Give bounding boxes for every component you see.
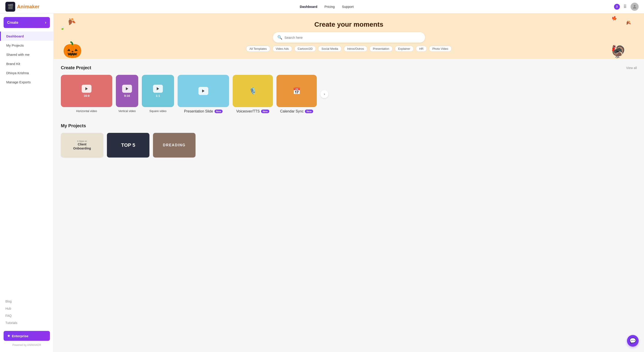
create-button[interactable]: Create › <box>4 17 50 28</box>
nav-pricing[interactable]: Pricing <box>324 5 335 9</box>
leaf-decoration-3: 🍃 <box>60 25 65 30</box>
leaf-decoration-4: 🍂 <box>625 20 631 26</box>
notification-badge[interactable]: 3 <box>614 4 620 10</box>
my-projects-title: My Projects <box>61 123 86 128</box>
svg-marker-3 <box>157 87 159 90</box>
nav-dashboard[interactable]: Dashboard <box>300 5 317 9</box>
tag-cartoon-2d[interactable]: Cartoon/2D <box>294 46 316 52</box>
ratio-label-horizontal: 16:9 <box>84 94 90 97</box>
card-label-presentation: Presentation Slide <box>184 109 213 113</box>
project-card-voiceover[interactable]: 🎙️ <box>233 75 273 107</box>
banner-search-bar[interactable]: 🔍 <box>273 32 425 43</box>
svg-marker-4 <box>202 89 205 93</box>
project-type-voiceover[interactable]: 🎙️ Voiceover/TTS New <box>233 75 273 113</box>
nav-support[interactable]: Support <box>342 5 354 9</box>
card-label-vertical: Vertical video <box>118 109 136 113</box>
footer-links: Blog Hub FAQ Tutorials <box>0 296 54 328</box>
play-button-horizontal <box>82 85 92 93</box>
layout: Create › Dashboard My Projects Shared wi… <box>0 14 644 352</box>
thumb-overlay-1: 6 Steps on ClientOnboarding <box>61 133 103 157</box>
sidebar-item-manage-exports[interactable]: Manage Exports <box>0 78 54 87</box>
project-thumb-img-3: DREADING <box>153 133 196 157</box>
sidebar-item-dashboard[interactable]: Dashboard <box>0 32 54 41</box>
footer-link-tutorials[interactable]: Tutorials <box>0 319 54 326</box>
card-label-horizontal: Horizontal video <box>76 109 97 113</box>
sidebar-item-dhivya[interactable]: Dhivya Krishna <box>0 68 54 78</box>
sidebar-item-shared-with-me[interactable]: Shared with me <box>0 50 54 59</box>
card-label-row-presentation: Presentation Slide New <box>184 109 222 113</box>
tag-presentation[interactable]: Presentation <box>370 46 392 52</box>
avatar[interactable] <box>630 3 639 11</box>
thumb-overlay-2: TOP 5 <box>107 133 150 157</box>
footer-link-hub[interactable]: Hub <box>0 305 54 312</box>
tag-all-templates[interactable]: All Templates <box>246 46 270 52</box>
header-nav: Dashboard Pricing Support <box>300 5 354 9</box>
project-card-calendar[interactable]: 📅 <box>276 75 317 107</box>
card-label-voiceover: Voiceover/TTS <box>236 109 260 113</box>
create-arrow: › <box>45 20 46 25</box>
create-project-title: Create Project <box>61 65 91 70</box>
tag-social-media[interactable]: Social Media <box>318 46 341 52</box>
tag-video-ads[interactable]: Video Ads <box>272 46 292 52</box>
project-card-presentation[interactable] <box>178 75 229 107</box>
banner-tags: All Templates Video Ads Cartoon/2D Socia… <box>246 46 452 52</box>
sidebar-item-brand-kit[interactable]: Brand Kit <box>0 59 54 68</box>
pumpkin-decoration: 🎃 <box>63 41 82 59</box>
my-projects-grid: 6 Steps on ClientOnboarding TOP 5 <box>61 133 637 157</box>
project-types-list: 16:9 Horizontal video 9:16 Vertical vide… <box>61 75 637 113</box>
grid-icon[interactable]: ⠿ <box>624 4 627 10</box>
project-type-vertical[interactable]: 9:16 Vertical video <box>116 75 138 113</box>
user-icon <box>632 4 637 10</box>
tag-intros-outros[interactable]: Intros/Outros <box>344 46 367 52</box>
leaf-decoration-1: 🍂 <box>66 16 76 27</box>
svg-point-0 <box>634 5 636 7</box>
main-content: 🍂 🍁 🍃 🍂 🎃 🦃 Create your moments 🔍 All Te… <box>54 14 644 352</box>
project-card-horizontal[interactable]: 16:9 <box>61 75 112 107</box>
search-input[interactable] <box>284 36 420 40</box>
tag-explainer[interactable]: Explainer <box>395 46 414 52</box>
project-type-square[interactable]: 1:1 Square video <box>142 75 174 113</box>
project-thumb-3[interactable]: DREADING <box>153 133 196 157</box>
view-all-button[interactable]: View all <box>626 66 637 70</box>
banner-title: Create your moments <box>314 21 383 28</box>
play-button-square <box>153 85 163 93</box>
leaf-decoration-2: 🍁 <box>611 15 618 22</box>
ratio-label-square: 1:1 <box>156 94 160 97</box>
card-label-row-calendar: Calendar Sync New <box>280 109 313 113</box>
card-label-calendar: Calendar Sync <box>280 109 304 113</box>
project-thumb-img-1: 6 Steps on ClientOnboarding <box>61 133 103 157</box>
card-label-row-voiceover: Voiceover/TTS New <box>236 109 269 113</box>
chat-bubble-button[interactable]: 💬 <box>627 335 639 347</box>
svg-marker-2 <box>126 87 128 90</box>
tag-hr[interactable]: HR <box>416 46 427 52</box>
tag-photo-video[interactable]: Photo Video <box>429 46 452 52</box>
turkey-decoration: 🦃 <box>611 44 626 59</box>
calendar-icon: 📅 <box>293 87 301 95</box>
new-badge-voiceover: New <box>261 110 269 113</box>
powered-by-label: Powered by ANIMAKER <box>0 342 54 348</box>
banner: 🍂 🍁 🍃 🍂 🎃 🦃 Create your moments 🔍 All Te… <box>54 14 644 59</box>
my-projects-section: My Projects 6 Steps on ClientOnboarding … <box>54 117 644 161</box>
project-thumb-2[interactable]: TOP 5 <box>107 133 150 157</box>
project-card-vertical[interactable]: 9:16 <box>116 75 138 107</box>
project-type-horizontal[interactable]: 16:9 Horizontal video <box>61 75 112 113</box>
new-badge-presentation: New <box>214 110 223 113</box>
svg-marker-1 <box>86 87 88 90</box>
footer-link-faq[interactable]: FAQ <box>0 312 54 319</box>
sidebar-item-my-projects[interactable]: My Projects <box>0 41 54 50</box>
header-actions: 3 ⠿ <box>614 3 639 11</box>
project-card-square[interactable]: 1:1 <box>142 75 174 107</box>
project-type-presentation[interactable]: Presentation Slide New <box>178 75 229 113</box>
enterprise-button[interactable]: ★ Enterprise <box>4 331 50 341</box>
footer-link-blog[interactable]: Blog <box>0 298 54 305</box>
logo: 🎬 Animaker <box>5 2 39 12</box>
enterprise-star-icon: ★ <box>7 334 10 338</box>
logo-icon: 🎬 <box>5 2 15 12</box>
project-type-calendar[interactable]: 📅 Calendar Sync New <box>276 75 317 113</box>
ratio-label-vertical: 9:16 <box>124 94 130 97</box>
play-button-vertical <box>122 85 132 93</box>
project-thumb-1[interactable]: 6 Steps on ClientOnboarding <box>61 133 103 157</box>
section-header: Create Project View all <box>61 65 637 70</box>
carousel-next-button[interactable]: › <box>320 90 328 98</box>
search-icon: 🔍 <box>277 35 282 40</box>
